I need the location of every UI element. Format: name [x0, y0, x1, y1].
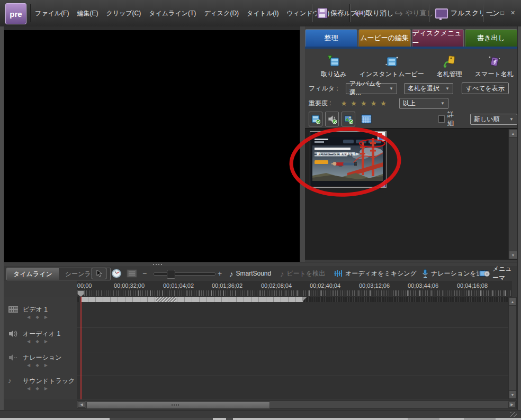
- tag-manager-button[interactable]: 名札管理: [437, 54, 462, 79]
- tab-edit-movie[interactable]: ムービーの編集: [358, 29, 411, 47]
- get-media-button[interactable]: 取り込み: [321, 54, 347, 79]
- menubar: pre ファイル(F) 編集(E) クリップ(C) タイムライン(T) ディスク…: [0, 0, 521, 27]
- album-filter-dropdown[interactable]: アルバムを選... ▼: [346, 83, 397, 94]
- save-button[interactable]: 保存: [317, 6, 344, 20]
- properties-button[interactable]: [127, 269, 137, 280]
- grid-view-button[interactable]: [360, 112, 372, 126]
- smart-tag-button[interactable]: スマート名札: [475, 54, 514, 79]
- scrollbar-thumb[interactable]: [86, 401, 270, 409]
- vertical-splitter[interactable]: [300, 26, 305, 262]
- mix-audio-button[interactable]: オーディオをミキシング: [333, 266, 417, 281]
- menu-disc[interactable]: ディスク(D): [204, 9, 239, 18]
- tag-manager-icon: [443, 54, 456, 68]
- tab-export[interactable]: 書き出し: [465, 29, 517, 47]
- undo-button[interactable]: ↩ 取り消し: [355, 6, 394, 20]
- grid-view-icon: [361, 114, 372, 124]
- zoom-out-button[interactable]: −: [142, 269, 147, 278]
- keyframe-nav[interactable]: ◀ ◆ ▶: [27, 315, 50, 319]
- undo-label: 取り消し: [366, 8, 394, 18]
- sort-order-value: 新しい順: [474, 115, 500, 124]
- star-icon[interactable]: ★: [341, 99, 347, 107]
- tag-filter-dropdown[interactable]: 名札を選択 ▼: [404, 83, 453, 94]
- smartsound-label: SmartSound: [236, 270, 272, 277]
- undo-icon: ↩: [355, 8, 363, 19]
- playhead-line: [80, 290, 82, 399]
- scroll-down-button[interactable]: ▼: [509, 251, 517, 259]
- zoom-slider-thumb[interactable]: [167, 270, 175, 279]
- timeline-mode-button[interactable]: タイムライン: [7, 268, 59, 280]
- time-stretch-button[interactable]: [111, 268, 122, 281]
- soundtrack-track-lane[interactable]: [77, 376, 512, 399]
- menu-title[interactable]: タイトル(I): [247, 9, 279, 18]
- minimize-button[interactable]: _: [488, 10, 495, 16]
- browser-scrollbar[interactable]: ▲ ▼: [508, 129, 517, 259]
- work-area-bar[interactable]: [80, 297, 303, 302]
- time-ruler[interactable]: 00;00;00 00;00;32;00 00;01;04;02 00;01;3…: [77, 281, 512, 297]
- sort-order-dropdown[interactable]: 新しい順 ▼: [470, 114, 517, 125]
- menu-edit[interactable]: 編集(E): [77, 9, 98, 18]
- tab-disc-menu[interactable]: ディスクメニュー: [412, 29, 464, 47]
- show-all-button[interactable]: すべてを表示: [462, 83, 509, 94]
- details-checkbox[interactable]: [438, 115, 445, 123]
- menu-marker-button[interactable]: メニューマ: [479, 266, 517, 281]
- show-video-toggle[interactable]: [309, 112, 322, 126]
- redo-icon: ↪: [394, 8, 403, 19]
- smartsound-button[interactable]: ♪ SmartSound: [229, 266, 271, 281]
- music-note-icon: ♪: [8, 377, 19, 385]
- scroll-up-button[interactable]: ▲: [509, 129, 517, 138]
- redo-button[interactable]: ↪ やり直し: [394, 6, 434, 20]
- star-icon[interactable]: ★: [371, 99, 377, 107]
- instant-movie-icon: [385, 54, 399, 68]
- menu-timeline[interactable]: タイムライン(T): [149, 9, 196, 18]
- instant-movie-button[interactable]: インスタントムービー: [360, 54, 424, 79]
- importance-stars[interactable]: ★ ★ ★ ★ ★: [341, 99, 387, 107]
- star-icon[interactable]: ★: [380, 99, 387, 107]
- show-photos-toggle[interactable]: [342, 112, 355, 126]
- ruler-label: 00;01;36;02: [203, 282, 251, 289]
- smart-tag-corner: [378, 179, 385, 187]
- show-audio-toggle[interactable]: [325, 112, 339, 126]
- detect-beats-button[interactable]: ♪ ビートを検出: [280, 266, 325, 281]
- importance-condition-dropdown[interactable]: 以上 ▼: [399, 98, 448, 109]
- menu-clip[interactable]: クリップ(C): [106, 9, 141, 18]
- zoom-slider[interactable]: [154, 272, 215, 276]
- menu-file[interactable]: ファイル(F): [35, 9, 69, 18]
- resize-grip[interactable]: [510, 412, 517, 417]
- details-label: 詳細: [447, 110, 459, 128]
- selection-tool-button[interactable]: [92, 268, 106, 279]
- ruler-label: 00;00;32;00: [105, 282, 153, 289]
- keyframe-nav[interactable]: ◀ ◆ ▶: [27, 386, 50, 391]
- separator: [312, 4, 312, 22]
- detect-beats-label: ビートを検出: [287, 269, 326, 278]
- thumbnail-heading: 新しいシーンに被写体を追加.: [317, 152, 360, 157]
- chevron-down-icon: ▼: [441, 101, 445, 106]
- star-icon[interactable]: ★: [361, 99, 367, 107]
- ruler-label: 00;00;00: [77, 282, 104, 289]
- keyframe-nav[interactable]: ◀ ◆ ▶: [27, 339, 50, 344]
- timeline-tracks-area[interactable]: [77, 302, 512, 399]
- star-icon[interactable]: ★: [351, 99, 357, 107]
- scroll-left-button[interactable]: ◀: [78, 401, 85, 408]
- ruler-header-spacer: [4, 281, 77, 297]
- video-preview[interactable]: [4, 30, 300, 275]
- timeline-horizontal-scrollbar[interactable]: ◀ ▶: [77, 400, 517, 409]
- narration-track-lane[interactable]: [77, 352, 512, 376]
- scroll-right-button[interactable]: ▶: [508, 401, 516, 408]
- keyframe-nav[interactable]: ◀ ◆ ▶: [27, 363, 50, 368]
- tab-organize[interactable]: 整理: [305, 29, 357, 47]
- scroll-up-button[interactable]: ▲: [509, 297, 516, 306]
- scroll-down-button[interactable]: ▼: [509, 390, 516, 399]
- music-note-icon: ♪: [229, 269, 233, 278]
- work-area-end-marker[interactable]: [302, 297, 307, 302]
- zoom-in-button[interactable]: +: [218, 269, 222, 278]
- maximize-button[interactable]: □: [499, 10, 506, 16]
- audio-filter-icon: [327, 114, 337, 124]
- track-label: ナレーション: [23, 353, 61, 362]
- media-thumbnail[interactable]: 新しいシーンに被写体を追加.: [310, 131, 387, 188]
- chevron-down-icon: ▼: [389, 86, 393, 91]
- fullscreen-icon: [435, 8, 448, 19]
- close-button[interactable]: ✕: [509, 10, 516, 16]
- timeline-vertical-scrollbar[interactable]: ▲ ▼: [508, 297, 517, 399]
- audio-track-lane[interactable]: [77, 328, 512, 352]
- video-track-lane[interactable]: [77, 302, 512, 328]
